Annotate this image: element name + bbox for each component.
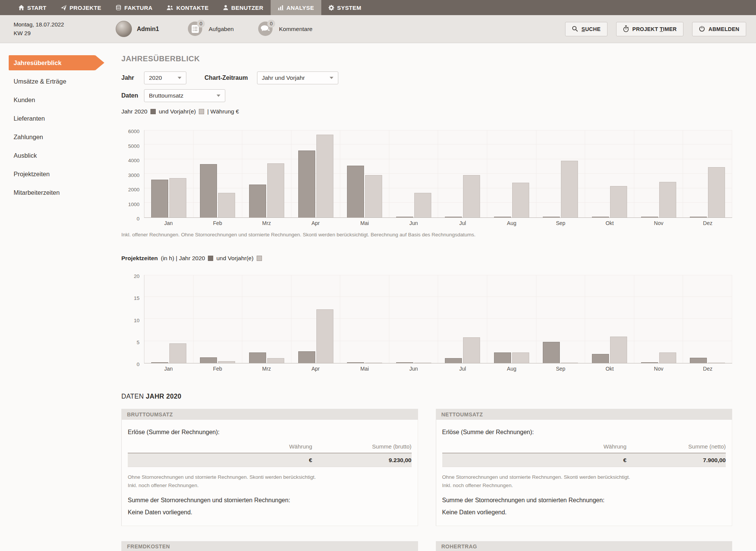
bar-vorjahr-e-	[512, 352, 529, 363]
sidebar-item-umsaetze[interactable]: Umsätze & Erträge	[0, 74, 94, 89]
daten-select[interactable]: Bruttoumsatz	[144, 89, 225, 102]
month-cell	[144, 275, 194, 363]
x-tick-label: Sep	[536, 220, 585, 226]
month-cell	[585, 275, 634, 363]
nav-item-label: KONTAKTE	[176, 5, 208, 11]
box-note: Ohne Stornorechnungen und stornierte Rec…	[442, 473, 726, 490]
month-cell	[194, 130, 243, 217]
chart-zeitraum-select-value: Jahr und Vorjahr	[262, 75, 305, 81]
storno-label: Summe der Stornorechnungen und storniert…	[128, 497, 412, 504]
nav-item-system[interactable]: SYSTEM	[321, 0, 369, 15]
plot-area	[144, 275, 732, 363]
sidebar-item-label: Jahresüberblick	[14, 59, 62, 67]
sidebar-item-jahresueberblick[interactable]: Jahresüberblick	[9, 55, 104, 70]
active-arrow	[95, 55, 104, 70]
bar-jahr-2020	[641, 217, 658, 217]
month-cell	[634, 130, 683, 217]
bar-jahr-2020	[445, 358, 462, 363]
page-title: JAHRESÜBERBLICK	[121, 54, 732, 63]
y-axis: 0100020003000400050006000	[121, 130, 144, 218]
box-intro: Erlöse (Summe der Rechnungen):	[128, 429, 412, 436]
x-tick-label: Mrz	[242, 366, 291, 372]
storno-value: Keine Daten vorliegend.	[442, 509, 726, 516]
jahr-select-value: 2020	[149, 75, 162, 81]
bar-vorjahr-e-	[512, 183, 529, 217]
col-waehrung: Währung	[442, 443, 627, 450]
nav-item-label: FAKTURA	[124, 5, 152, 11]
month-cell	[291, 130, 341, 217]
month-cell	[242, 275, 291, 363]
bar-vorjahr-e-	[561, 161, 578, 217]
legend-swatch-vorjahr	[199, 109, 204, 114]
search-icon	[572, 26, 578, 33]
bar-jahr-2020	[641, 362, 658, 363]
bar-jahr-2020	[200, 357, 217, 363]
y-tick-label: 10	[134, 318, 139, 323]
comments-indicator[interactable]: 0 Kommentare	[258, 22, 313, 37]
logout-button[interactable]: ABMELDEN	[692, 22, 746, 36]
nav-item-benutzer[interactable]: BENUTZER	[216, 0, 271, 15]
x-tick-label: Okt	[585, 366, 634, 372]
nav-item-faktura[interactable]: FAKTURA	[108, 0, 160, 15]
bar-vorjahr-e-	[414, 193, 431, 217]
bar-jahr-2020	[543, 342, 560, 363]
tasks-indicator[interactable]: 0 Aufgaben	[188, 22, 234, 37]
bruttoumsatz-box: BRUTTOUMSATZ Erlöse (Summe der Rechnunge…	[121, 409, 418, 526]
bar-jahr-2020	[396, 362, 413, 363]
bar-jahr-2020	[347, 166, 364, 217]
bar-jahr-2020	[592, 217, 609, 217]
jahr-select[interactable]: 2020	[144, 71, 186, 84]
nav-item-projekte[interactable]: PROJEKTE	[54, 0, 108, 15]
date-text: Montag, 18.07.2022	[14, 20, 64, 29]
x-axis-labels: JanFebMrzAprMaiJunJulAugSepOktNovDez	[144, 363, 732, 374]
sidebar-item-kunden[interactable]: Kunden	[0, 92, 94, 107]
nav-item-label: START	[27, 5, 46, 11]
coins-icon	[116, 5, 121, 11]
bar-jahr-2020	[690, 217, 707, 217]
daten-section-heading: DATEN JAHR 2020	[121, 393, 732, 400]
tasks-label: Aufgaben	[209, 26, 234, 33]
currency-value: €	[128, 457, 312, 464]
sidebar-item-zahlungen[interactable]: Zahlungen	[0, 129, 94, 144]
sidebar-item-lieferanten[interactable]: Lieferanten	[0, 111, 94, 126]
y-tick-label: 3000	[128, 172, 139, 178]
daten-select-value: Bruttoumsatz	[149, 92, 183, 99]
sidebar-item-projektzeiten[interactable]: Projektzeiten	[0, 166, 94, 182]
bar-vorjahr-e-	[463, 175, 480, 217]
user-name: Admin1	[137, 26, 159, 33]
month-cell	[487, 275, 536, 363]
chevron-down-icon	[178, 77, 181, 79]
month-cell	[144, 130, 194, 217]
sidebar-item-mitarbeiterzeiten[interactable]: Mitarbeiterzeiten	[0, 185, 94, 200]
bar-jahr-2020	[249, 352, 266, 363]
y-tick-label: 0	[136, 362, 139, 367]
x-tick-label: Aug	[487, 366, 536, 372]
bar-jahr-2020	[494, 217, 511, 217]
search-button[interactable]: SUCHE	[565, 22, 607, 36]
chart-zeitraum-select[interactable]: Jahr und Vorjahr	[257, 71, 338, 84]
bar-vorjahr-e-	[169, 343, 186, 363]
project-timer-button[interactable]: PROJEKT TIMER	[616, 22, 683, 36]
month-cell	[487, 130, 536, 217]
x-tick-label: Jun	[389, 220, 438, 226]
avatar[interactable]	[116, 21, 132, 37]
sidebar-item-ausblick[interactable]: Ausblick	[0, 148, 94, 163]
x-tick-label: Sep	[536, 366, 585, 372]
daten-label: Daten	[121, 92, 144, 99]
bar-vorjahr-e-	[218, 193, 235, 217]
month-cell	[438, 275, 487, 363]
month-cell	[634, 275, 683, 363]
table-header: Währung Summe (netto)	[442, 443, 726, 453]
nav-item-start[interactable]: START	[11, 0, 54, 15]
user-menu[interactable]: Admin1	[116, 21, 159, 37]
x-tick-label: Apr	[291, 220, 340, 226]
bar-jahr-2020	[200, 164, 217, 217]
nav-item-kontakte[interactable]: KONTAKTE	[160, 0, 215, 15]
table-row: € 9.230,00	[128, 453, 412, 467]
bar-vorjahr-e-	[414, 363, 431, 363]
nav-item-analyse[interactable]: ANALYSE	[271, 0, 321, 15]
bar-jahr-2020	[445, 217, 462, 217]
person-icon	[223, 5, 228, 10]
y-tick-label: 6000	[128, 129, 139, 134]
x-tick-label: Mrz	[242, 220, 291, 226]
